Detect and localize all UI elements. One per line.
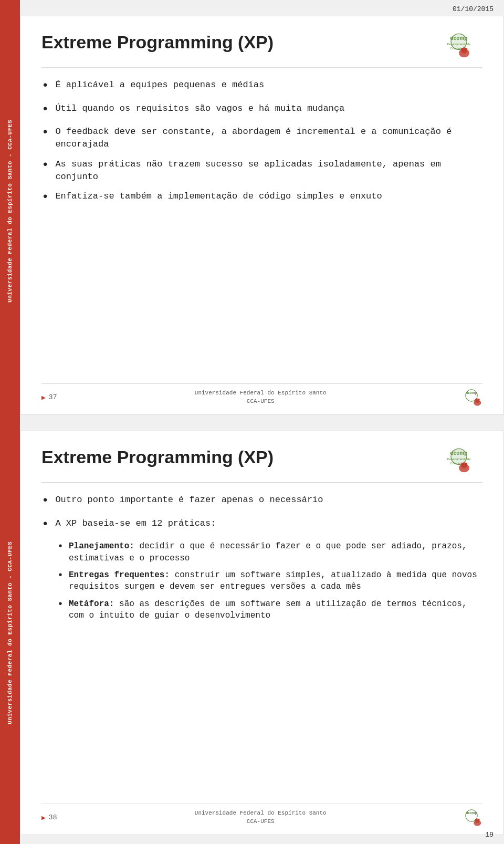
- svg-point-7: [461, 48, 464, 50]
- date-header: 01/10/2015: [453, 5, 494, 13]
- slide-1-title: Extreme Programming (XP): [41, 32, 274, 53]
- slide-1-content: Extreme Programming (XP) dcomp Departame…: [20, 16, 503, 414]
- svg-point-28: [475, 819, 477, 821]
- svg-text:Departamento de: Departamento de: [447, 43, 470, 46]
- sidebar-top: Universidade Federal do Espírito Santo -…: [0, 0, 20, 422]
- slide-2-header: Extreme Programming (XP) dcomp Departame…: [41, 447, 482, 483]
- slide-2-footer: ▶ 38 Universidade Federal do Espírito Sa…: [41, 804, 482, 827]
- sidebar-text-bottom: Universidade Federal do Espírito Santo -…: [6, 541, 14, 724]
- dcomp-footer-icon-2: dcomp: [464, 808, 482, 827]
- slide-2: Extreme Programming (XP) dcomp Departame…: [20, 431, 504, 835]
- bullet-1-5: Enfatiza-se também a implementação de có…: [41, 190, 482, 206]
- term-entregas: Entregas frequentes:: [69, 570, 170, 580]
- bullet-1-1: É aplicável a equipes pequenas e médias: [41, 79, 482, 95]
- slide-2-logo: dcomp Departamento de Computação: [435, 447, 482, 474]
- footer-dept-2: CCA-UFES: [195, 818, 327, 826]
- svg-point-23: [465, 463, 467, 465]
- slide-2-footer-center: Universidade Federal do Espírito Santo C…: [195, 809, 327, 826]
- sub-bullet-2-2: Entregas frequentes: construir um softwa…: [57, 569, 482, 593]
- term-metafora: Metáfora:: [69, 599, 114, 609]
- footer-university-1: Universidade Federal do Espírito Santo: [195, 389, 327, 397]
- bullet-1-3: O feedback deve ser constante, a abordag…: [41, 126, 482, 151]
- slide-2-title: Extreme Programming (XP): [41, 447, 274, 467]
- slide-2-footer-logo: dcomp: [464, 808, 482, 827]
- svg-text:dcomp: dcomp: [466, 391, 477, 395]
- slide-2-arrow: ▶: [41, 814, 46, 822]
- bullet-1-4: As suas práticas não trazem sucesso se a…: [41, 158, 482, 183]
- svg-point-14: [478, 399, 480, 401]
- slide-1-logo: dcomp Departamento de Computação: [435, 32, 482, 59]
- bullet-2-1: Outro ponto importante é fazer apenas o …: [41, 494, 482, 510]
- slide-1-num-text: 37: [49, 393, 57, 401]
- slide-2-sub-bullets: Planejamento: decidir o que é necessário…: [57, 540, 482, 621]
- svg-point-8: [465, 48, 467, 50]
- dcomp-logo-icon-1: dcomp Departamento de Computação: [446, 32, 472, 58]
- sub-bullet-2-3: Metáfora: são as descrições de um softwa…: [57, 598, 482, 622]
- slide-1-footer: ▶ 37 Universidade Federal do Espírito Sa…: [41, 383, 482, 407]
- page-number: 19: [485, 831, 494, 839]
- slide-1-number: ▶ 37: [41, 393, 57, 402]
- slide-1-footer-center: Universidade Federal do Espírito Santo C…: [195, 389, 327, 405]
- svg-point-29: [478, 819, 480, 821]
- slide-2-num-text: 38: [49, 814, 57, 821]
- slide-1-header: Extreme Programming (XP) dcomp Departame…: [41, 32, 482, 68]
- slide-1-bullets: É aplicável a equipes pequenas e médias …: [41, 79, 482, 206]
- slide-1-arrow: ▶: [41, 393, 46, 402]
- sidebar-bottom: Universidade Federal do Espírito Santo -…: [0, 422, 20, 844]
- svg-text:dcomp: dcomp: [450, 35, 468, 41]
- sub-bullet-2-1: Planejamento: decidir o que é necessário…: [57, 540, 482, 564]
- footer-dept-1: CCA-UFES: [195, 398, 327, 405]
- svg-text:dcomp: dcomp: [466, 811, 477, 815]
- sidebar-text-top: Universidade Federal do Espírito Santo -…: [6, 120, 14, 303]
- dcomp-logo-icon-2: dcomp Departamento de Computação: [446, 447, 472, 473]
- slide-2-main-bullets: Outro ponto importante é fazer apenas o …: [41, 494, 482, 533]
- bullet-2-2: A XP baseia-se em 12 práticas:: [41, 517, 482, 534]
- slide-1: Extreme Programming (XP) dcomp Departame…: [20, 16, 504, 415]
- slide-2-number: ▶ 38: [41, 814, 57, 822]
- svg-text:dcomp: dcomp: [450, 450, 468, 456]
- bullet-1-2: Útil quando os requisitos são vagos e há…: [41, 102, 482, 119]
- dcomp-footer-icon-1: dcomp: [464, 388, 482, 407]
- footer-university-2: Universidade Federal do Espírito Santo: [195, 809, 327, 817]
- term-planejamento: Planejamento:: [69, 541, 134, 551]
- slide-1-footer-logo: dcomp: [464, 388, 482, 407]
- svg-point-13: [475, 399, 477, 401]
- svg-point-22: [461, 463, 464, 465]
- slide-2-content: Extreme Programming (XP) dcomp Departame…: [20, 431, 503, 835]
- svg-text:Departamento de: Departamento de: [447, 457, 470, 461]
